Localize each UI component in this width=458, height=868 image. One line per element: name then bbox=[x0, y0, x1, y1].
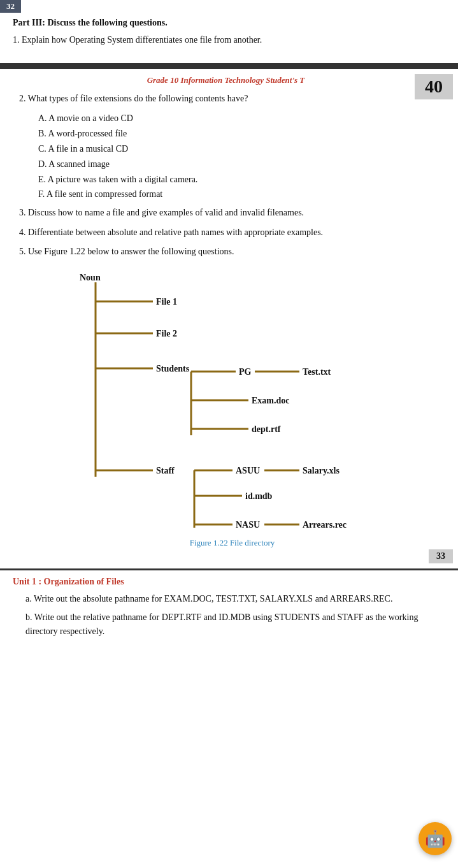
question-list: 2. What types of file extensions do the … bbox=[19, 92, 439, 259]
testtxt-label: Test.txt bbox=[303, 367, 331, 377]
idmdb-label: id.mdb bbox=[245, 491, 273, 501]
unit-title: Unit 1 : Organization of Files bbox=[13, 577, 439, 587]
sub-item-f: F. A file sent in compressed format bbox=[38, 187, 439, 202]
unit-item-b-prefix: b. bbox=[25, 612, 32, 622]
examdoc-label: Exam.doc bbox=[252, 396, 290, 405]
unit-items-list: a. Write out the absolute pathname for E… bbox=[25, 592, 439, 639]
students-label: Students bbox=[156, 364, 190, 373]
page-number-badge: 40 bbox=[415, 74, 453, 99]
unit-section: Unit 1 : Organization of Files a. Write … bbox=[0, 570, 458, 655]
sub-items-list: A. A movie on a video CD B. A word-proce… bbox=[38, 111, 439, 202]
sub-item-a: A. A movie on a video CD bbox=[38, 111, 439, 126]
arrearsrec-label: Arrears.rec bbox=[303, 520, 347, 530]
tree-svg: .branch { stroke: #8B6914; stroke-width:… bbox=[57, 266, 408, 534]
noun-label: Noun bbox=[80, 273, 101, 282]
sub-item-d: D. A scanned image bbox=[38, 157, 439, 172]
unit-item-b: b. Write out the relative pathname for D… bbox=[25, 611, 439, 639]
grade-title: Grade 10 Information Technology Student'… bbox=[13, 75, 439, 85]
tree-container: .branch { stroke: #8B6914; stroke-width:… bbox=[57, 266, 408, 534]
unit-item-a: a. Write out the absolute pathname for E… bbox=[25, 592, 439, 606]
nasu-label: NASU bbox=[236, 520, 260, 530]
tree-section: .branch { stroke: #8B6914; stroke-width:… bbox=[25, 266, 439, 548]
salaryxls-label: Salary.xls bbox=[303, 466, 340, 475]
staff-label: Staff bbox=[156, 466, 175, 475]
page-number-32: 32 bbox=[0, 0, 21, 13]
sub-item-b: B. A word-processed file bbox=[38, 126, 439, 141]
question-3: 3. Discuss how to name a file and give e… bbox=[19, 206, 439, 220]
question-5: 5. Use Figure 1.22 below to answer the f… bbox=[19, 245, 439, 259]
sub-item-c: C. A file in a musical CD bbox=[38, 141, 439, 157]
file1-label: File 1 bbox=[156, 297, 177, 307]
unit-item-a-prefix: a. bbox=[25, 594, 32, 604]
page-32-section: 32 Part III: Discuss the following quest… bbox=[0, 0, 458, 65]
page-number-33: 33 bbox=[429, 549, 453, 563]
question-4: 4. Differentiate between absolute and re… bbox=[19, 226, 439, 240]
page-33-section: 40 Grade 10 Information Technology Stude… bbox=[0, 67, 458, 568]
question-1: 1. Explain how Operating System differen… bbox=[13, 33, 439, 47]
pg-label: PG bbox=[239, 367, 252, 377]
deptrtf-label: dept.rtf bbox=[252, 424, 281, 434]
fig-caption: Figure 1.22 File directory bbox=[25, 538, 439, 548]
file2-label: File 2 bbox=[156, 329, 177, 338]
asuu-label: ASUU bbox=[236, 466, 260, 475]
part-heading: Part III: Discuss the following question… bbox=[13, 18, 439, 28]
question-2: 2. What types of file extensions do the … bbox=[19, 92, 439, 106]
sub-item-e: E. A picture was taken with a digital ca… bbox=[38, 172, 439, 187]
